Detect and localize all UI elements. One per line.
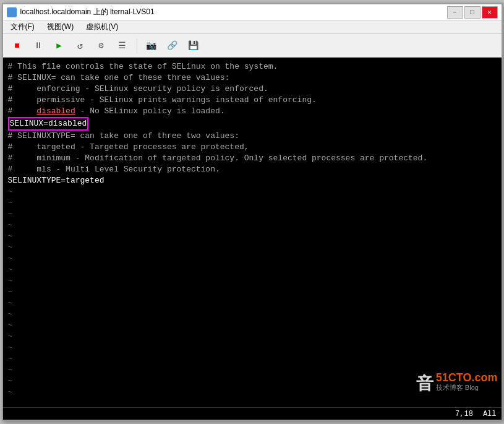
line-3: # enforcing - SELinux security policy is…	[8, 84, 497, 95]
line-5: # disabled - No SELinux policy is loaded…	[8, 106, 497, 117]
line-8: # targeted - Targeted processes are prot…	[8, 142, 497, 153]
selection-mode: All	[483, 410, 497, 418]
refresh-icon: ↺	[77, 40, 83, 52]
line-selinux-disabled: SELINUX=disabled	[8, 117, 497, 131]
play-button[interactable]: ▶	[50, 37, 69, 54]
tilde-14: ~	[8, 331, 497, 342]
menu-bar: 文件(F) 视图(W) 虚拟机(V)	[3, 20, 502, 34]
tilde-5: ~	[8, 231, 497, 242]
menu-button[interactable]: ☰	[113, 37, 132, 54]
minimize-button[interactable]: －	[447, 6, 463, 19]
menu-view[interactable]: 视图(W)	[43, 20, 77, 33]
title-controls: － □ ✕	[447, 6, 498, 19]
line-2: # SELINUX= can take one of these three v…	[8, 72, 497, 84]
tilde-15: ~	[8, 342, 497, 353]
menu-file[interactable]: 文件(F)	[7, 20, 38, 33]
usb-icon: 💾	[188, 40, 199, 51]
watermark-logo-char: 音	[416, 375, 434, 392]
tilde-6: ~	[8, 242, 497, 253]
settings-button[interactable]: ⚙	[92, 37, 111, 54]
title-bar: localhost.localdomain 上的 lternal-LVS01 －…	[3, 4, 502, 20]
cursor-position: 7,18	[455, 410, 473, 418]
main-window: localhost.localdomain 上的 lternal-LVS01 －…	[2, 3, 503, 421]
line-7: # SELINUXTYPE= can take one of three two…	[8, 131, 497, 142]
stop-icon: ■	[14, 41, 19, 51]
line-1: # This file controls the state of SELinu…	[8, 61, 497, 72]
tilde-3: ~	[8, 209, 497, 220]
terminal-area[interactable]: # This file controls the state of SELinu…	[3, 58, 502, 407]
usb-button[interactable]: 💾	[184, 37, 203, 54]
pause-icon: ⏸	[34, 41, 43, 51]
tilde-10: ~	[8, 287, 497, 298]
pause-button[interactable]: ⏸	[29, 37, 48, 54]
status-bar: 7,18 All	[3, 407, 502, 420]
screenshot-button[interactable]: 📷	[142, 37, 161, 54]
window-icon	[7, 7, 17, 17]
tilde-7: ~	[8, 253, 497, 264]
tilde-2: ~	[8, 197, 497, 209]
toolbar-separator-1	[137, 38, 137, 53]
tilde-16: ~	[8, 353, 497, 365]
close-button[interactable]: ✕	[482, 6, 498, 19]
maximize-button[interactable]: □	[464, 6, 481, 19]
tilde-12: ~	[8, 309, 497, 320]
tilde-9: ~	[8, 275, 497, 287]
window-title: localhost.localdomain 上的 lternal-LVS01	[20, 7, 443, 17]
tilde-1: ~	[8, 186, 497, 197]
screenshot-icon: 📷	[146, 40, 156, 51]
tilde-13: ~	[8, 320, 497, 331]
tilde-11: ~	[8, 298, 497, 309]
tilde-8: ~	[8, 264, 497, 275]
watermark: 音 51CTO.com 技术博客 Blog	[416, 372, 498, 392]
selinux-value-highlight: SELINUX=disabled	[8, 117, 89, 131]
network-button[interactable]: 🔗	[163, 37, 182, 54]
line-4: # permissive - SELinux prints warnings i…	[8, 95, 497, 106]
refresh-button[interactable]: ↺	[71, 37, 90, 54]
menu-icon: ☰	[118, 40, 126, 51]
network-icon: 🔗	[167, 40, 177, 51]
settings-icon: ⚙	[98, 40, 103, 51]
menu-vm[interactable]: 虚拟机(V)	[82, 20, 122, 33]
watermark-text-block: 51CTO.com 技术博客 Blog	[436, 372, 498, 392]
line-9: # minimum - Modification of targeted pol…	[8, 153, 497, 164]
watermark-subtitle: 技术博客 Blog	[436, 383, 479, 392]
line-selinuxtype: SELINUXTYPE=targeted	[8, 175, 497, 186]
tilde-4: ~	[8, 220, 497, 231]
line-10: # mls - Multi Level Security protection.	[8, 164, 497, 175]
stop-button[interactable]: ■	[8, 37, 27, 54]
toolbar: ■ ⏸ ▶ ↺ ⚙ ☰ 📷 🔗 💾	[3, 34, 502, 58]
play-icon: ▶	[56, 40, 61, 51]
watermark-site-name: 51CTO.com	[436, 372, 498, 383]
